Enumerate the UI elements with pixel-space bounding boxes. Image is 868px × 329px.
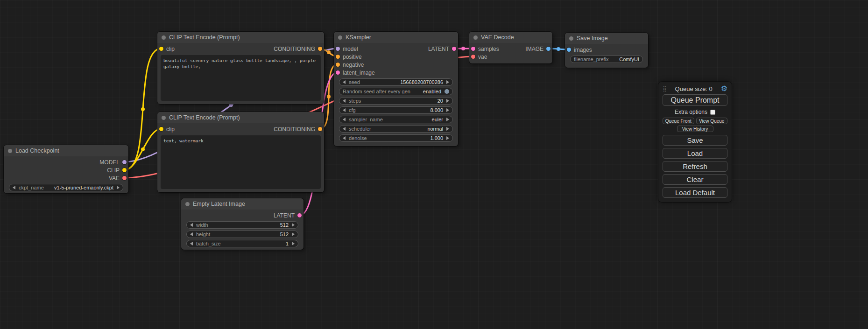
increment-arrow-icon[interactable] — [117, 186, 120, 189]
negative-prompt-textarea[interactable]: text, watermark — [161, 135, 321, 189]
decrement-arrow-icon[interactable] — [343, 127, 346, 131]
output-slot-image[interactable]: IMAGE — [525, 46, 550, 52]
comfy-menu-panel[interactable]: ⣿ Queue size: 0 ⚙ Queue Prompt Extra opt… — [658, 82, 732, 202]
input-slot-clip[interactable]: clip — [159, 46, 175, 52]
input-slot-latent-image[interactable]: latent_image — [336, 70, 375, 76]
collapse-dot-icon[interactable] — [162, 116, 166, 120]
save-button[interactable]: Save — [663, 135, 727, 146]
collapse-dot-icon[interactable] — [8, 149, 12, 153]
node-title-bar[interactable]: KSampler — [334, 32, 458, 43]
input-slot-model[interactable]: model — [336, 46, 358, 52]
collapse-dot-icon[interactable] — [473, 35, 478, 40]
denoise-widget[interactable]: denoise 1.000 — [339, 134, 453, 142]
vae-output-dot[interactable] — [122, 176, 127, 180]
view-queue-button[interactable]: View Queue — [696, 118, 728, 124]
output-slot-latent[interactable]: LATENT — [274, 212, 302, 219]
filename-prefix-widget[interactable]: filename_prefix ComfyUI — [570, 56, 643, 63]
output-slot-conditioning[interactable]: CONDITIONING — [274, 46, 322, 52]
seed-control-toggle-dot[interactable] — [445, 89, 449, 94]
node-title-bar[interactable]: Empty Latent Image — [181, 198, 303, 210]
negative-input-dot[interactable] — [336, 63, 340, 67]
settings-gear-icon[interactable]: ⚙ — [721, 85, 727, 92]
clip-input-dot[interactable] — [159, 127, 163, 131]
node-title-bar[interactable]: Save Image — [565, 33, 648, 44]
vae-input-dot[interactable] — [471, 55, 475, 59]
node-ksampler[interactable]: KSampler model LATENT positive negative — [334, 32, 458, 146]
batch-size-widget[interactable]: batch_size 1 — [186, 240, 298, 247]
output-slot-model[interactable]: MODEL — [99, 159, 127, 166]
increment-arrow-icon[interactable] — [446, 118, 449, 121]
decrement-arrow-icon[interactable] — [343, 108, 346, 112]
input-slot-vae[interactable]: vae — [471, 54, 487, 60]
image-output-dot[interactable] — [546, 47, 550, 51]
node-save-image[interactable]: Save Image images filename_prefix ComfyU… — [565, 33, 648, 68]
node-title-bar[interactable]: Load Checkpoint — [4, 145, 128, 156]
increment-arrow-icon[interactable] — [292, 242, 295, 245]
model-input-dot[interactable] — [336, 47, 340, 51]
node-vae-decode[interactable]: VAE Decode samples IMAGE vae — [469, 32, 552, 63]
decrement-arrow-icon[interactable] — [190, 232, 193, 236]
width-widget[interactable]: width 512 — [186, 221, 298, 229]
menu-drag-handle-icon[interactable]: ⣿ — [663, 85, 667, 92]
input-slot-positive[interactable]: positive — [336, 54, 362, 60]
conditioning-output-dot[interactable] — [318, 127, 322, 131]
decrement-arrow-icon[interactable] — [190, 223, 193, 227]
input-slot-negative[interactable]: negative — [336, 62, 364, 68]
collapse-dot-icon[interactable] — [569, 36, 573, 41]
collapse-dot-icon[interactable] — [162, 35, 166, 40]
node-load-checkpoint[interactable]: Load Checkpoint MODEL CLIP VAE ckpt_name… — [4, 145, 128, 193]
increment-arrow-icon[interactable] — [446, 136, 449, 140]
seed-widget[interactable]: seed 156680208700286 — [339, 78, 453, 86]
increment-arrow-icon[interactable] — [292, 223, 295, 227]
node-title-bar[interactable]: CLIP Text Encode (Prompt) — [157, 32, 324, 43]
increment-arrow-icon[interactable] — [446, 80, 449, 84]
decrement-arrow-icon[interactable] — [343, 118, 346, 121]
decrement-arrow-icon[interactable] — [343, 136, 346, 140]
node-clip-text-encode-positive[interactable]: CLIP Text Encode (Prompt) clip CONDITION… — [157, 32, 324, 104]
latent-output-dot[interactable] — [297, 213, 302, 217]
ckpt-name-widget[interactable]: ckpt_name v1-5-pruned-emaonly.ckpt — [9, 184, 123, 191]
sampler-name-widget[interactable]: sampler_name euler — [339, 116, 453, 123]
queue-prompt-button[interactable]: Queue Prompt — [663, 94, 727, 106]
output-slot-vae[interactable]: VAE — [109, 175, 127, 182]
clip-input-dot[interactable] — [159, 47, 163, 51]
decrement-arrow-icon[interactable] — [343, 99, 346, 103]
node-clip-text-encode-negative[interactable]: CLIP Text Encode (Prompt) clip CONDITION… — [157, 112, 324, 192]
load-default-button[interactable]: Load Default — [663, 187, 727, 198]
extra-options-checkbox[interactable] — [710, 110, 715, 115]
positive-input-dot[interactable] — [336, 55, 340, 59]
decrement-arrow-icon[interactable] — [343, 80, 346, 84]
comfyui-node-canvas[interactable]: { "colors": { "model": "#b39ddb", "clip"… — [0, 0, 868, 329]
increment-arrow-icon[interactable] — [292, 232, 295, 236]
scheduler-widget[interactable]: scheduler normal — [339, 125, 453, 133]
seed-control-widget[interactable]: Random seed after every gen enabled — [339, 88, 453, 95]
samples-input-dot[interactable] — [471, 47, 475, 51]
input-slot-images[interactable]: images — [567, 47, 592, 53]
clear-button[interactable]: Clear — [663, 174, 727, 185]
output-slot-latent[interactable]: LATENT — [428, 46, 456, 52]
latent-output-dot[interactable] — [452, 47, 456, 51]
positive-prompt-textarea[interactable]: beautiful scenery nature glass bottle la… — [161, 55, 321, 101]
output-slot-conditioning[interactable]: CONDITIONING — [274, 126, 322, 133]
load-button[interactable]: Load — [663, 148, 727, 159]
cfg-widget[interactable]: cfg 8.000 — [339, 106, 453, 114]
decrement-arrow-icon[interactable] — [190, 242, 193, 245]
queue-front-button[interactable]: Queue Front — [663, 118, 694, 124]
node-empty-latent-image[interactable]: Empty Latent Image LATENT width 512 heig… — [181, 198, 303, 250]
clip-output-dot[interactable] — [122, 168, 127, 172]
output-slot-clip[interactable]: CLIP — [107, 167, 127, 174]
node-title-bar[interactable]: VAE Decode — [469, 32, 552, 43]
conditioning-output-dot[interactable] — [318, 47, 322, 51]
increment-arrow-icon[interactable] — [446, 108, 449, 112]
decrement-arrow-icon[interactable] — [13, 186, 15, 189]
collapse-dot-icon[interactable] — [338, 35, 342, 40]
view-history-button[interactable]: View History — [677, 126, 713, 132]
collapse-dot-icon[interactable] — [185, 202, 190, 206]
height-widget[interactable]: height 512 — [186, 231, 298, 238]
refresh-button[interactable]: Refresh — [663, 161, 727, 172]
latent-image-input-dot[interactable] — [336, 70, 340, 75]
steps-widget[interactable]: steps 20 — [339, 97, 453, 105]
input-slot-clip[interactable]: clip — [159, 126, 175, 133]
node-title-bar[interactable]: CLIP Text Encode (Prompt) — [157, 112, 324, 123]
increment-arrow-icon[interactable] — [446, 127, 449, 131]
